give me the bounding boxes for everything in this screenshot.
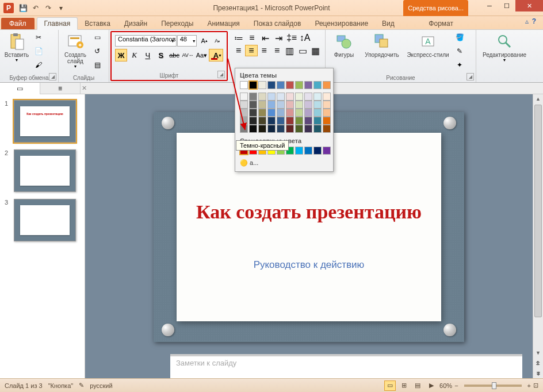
- color-swatch[interactable]: [313, 93, 322, 101]
- color-swatch[interactable]: [258, 125, 266, 133]
- color-swatch[interactable]: [286, 125, 294, 133]
- sorter-view-icon[interactable]: ⊞: [398, 381, 410, 391]
- line-spacing-icon[interactable]: ‡≡: [285, 32, 298, 44]
- shrink-font-icon[interactable]: A▾: [211, 34, 223, 47]
- slides-panel-tab[interactable]: ▭: [0, 83, 40, 94]
- section-icon[interactable]: ▤: [91, 59, 104, 71]
- tab-view[interactable]: Вид: [375, 18, 401, 29]
- qat-dropdown-icon[interactable]: ▾: [55, 2, 67, 14]
- color-swatch[interactable]: [286, 81, 294, 89]
- tab-transitions[interactable]: Переходы: [154, 18, 200, 29]
- close-button[interactable]: ✕: [515, 0, 543, 11]
- thumbnail-2[interactable]: 2: [0, 146, 85, 195]
- color-swatch[interactable]: [249, 93, 257, 101]
- fit-window-icon[interactable]: ⊡: [533, 382, 538, 389]
- color-swatch[interactable]: [240, 93, 248, 101]
- color-swatch[interactable]: [249, 101, 257, 109]
- color-swatch[interactable]: [258, 81, 266, 89]
- color-swatch[interactable]: [249, 81, 257, 89]
- color-swatch[interactable]: [295, 117, 303, 125]
- color-swatch[interactable]: [249, 125, 257, 133]
- normal-view-icon[interactable]: ▭: [384, 381, 396, 391]
- color-swatch[interactable]: [295, 101, 303, 109]
- color-swatch[interactable]: [304, 147, 312, 155]
- tab-home[interactable]: Главная: [37, 17, 78, 30]
- color-swatch[interactable]: [304, 101, 312, 109]
- tab-design[interactable]: Дизайн: [117, 18, 154, 29]
- tab-file[interactable]: Файл: [1, 18, 35, 29]
- color-swatch[interactable]: [323, 93, 331, 101]
- reading-view-icon[interactable]: ▤: [412, 381, 423, 391]
- notes-pane[interactable]: Заметки к слайду: [170, 354, 522, 378]
- color-swatch[interactable]: [295, 109, 303, 117]
- dedent-icon[interactable]: ⇤: [259, 32, 272, 44]
- color-swatch[interactable]: [277, 93, 285, 101]
- color-swatch[interactable]: [323, 109, 331, 117]
- change-case-icon[interactable]: Aa▾: [196, 49, 208, 62]
- reset-icon[interactable]: ↺: [91, 45, 104, 57]
- color-swatch[interactable]: [267, 93, 276, 101]
- shapes-button[interactable]: Фигуры: [329, 31, 359, 58]
- editing-button[interactable]: Редактирование ▼: [480, 31, 529, 62]
- color-swatch[interactable]: [304, 125, 312, 133]
- slide-title[interactable]: Как создать презентацию: [177, 201, 441, 223]
- color-swatch[interactable]: [313, 81, 322, 89]
- tab-slideshow[interactable]: Показ слайдов: [247, 18, 308, 29]
- underline-button[interactable]: Ч: [142, 49, 154, 62]
- zoom-level[interactable]: 60%: [439, 382, 452, 389]
- color-swatch[interactable]: [240, 101, 248, 109]
- color-swatch[interactable]: [313, 147, 322, 155]
- strike-button[interactable]: abc: [169, 49, 181, 62]
- grow-font-icon[interactable]: A▴: [198, 34, 211, 47]
- color-swatch[interactable]: [313, 117, 322, 125]
- color-swatch[interactable]: [240, 81, 248, 89]
- font-name-combo[interactable]: Constantia (Заголовки): [115, 35, 177, 47]
- color-swatch[interactable]: [277, 109, 285, 117]
- italic-button[interactable]: К: [128, 49, 140, 62]
- next-slide-icon[interactable]: ⯯: [533, 369, 543, 378]
- numbering-icon[interactable]: ≡: [246, 32, 258, 44]
- scroll-down-icon[interactable]: ▼: [533, 348, 543, 358]
- slide-subtitle[interactable]: Руководство к действию: [177, 259, 441, 271]
- color-swatch[interactable]: [258, 101, 266, 109]
- language-status[interactable]: русский: [90, 382, 112, 389]
- help-icon[interactable]: ?: [532, 17, 536, 25]
- more-colors-button[interactable]: 🟡 а...: [238, 157, 331, 169]
- color-swatch[interactable]: [240, 125, 248, 133]
- indent-icon[interactable]: ⇥: [272, 32, 285, 44]
- vertical-scrollbar[interactable]: ▲ ▼ ⯭ ⯯: [533, 94, 543, 378]
- color-swatch[interactable]: [286, 109, 294, 117]
- color-swatch[interactable]: [304, 109, 312, 117]
- prev-slide-icon[interactable]: ⯭: [533, 359, 543, 368]
- align-left-icon[interactable]: ≡: [232, 45, 244, 56]
- color-swatch[interactable]: [295, 147, 303, 155]
- scrollbar-thumb[interactable]: [534, 105, 542, 317]
- align-right-icon[interactable]: ≡: [258, 45, 270, 56]
- color-swatch[interactable]: [295, 81, 303, 89]
- shape-fill-icon[interactable]: 🪣: [453, 31, 466, 44]
- color-swatch[interactable]: [323, 125, 331, 133]
- bold-button[interactable]: Ж: [115, 49, 127, 62]
- color-swatch[interactable]: [286, 93, 294, 101]
- color-swatch[interactable]: [267, 125, 276, 133]
- color-swatch[interactable]: [313, 101, 322, 109]
- bullets-icon[interactable]: ≔: [232, 32, 245, 44]
- zoom-in-icon[interactable]: +: [527, 382, 531, 389]
- color-swatch[interactable]: [323, 147, 331, 155]
- spellcheck-icon[interactable]: ✎: [79, 382, 84, 389]
- color-swatch[interactable]: [295, 125, 303, 133]
- quick-styles-button[interactable]: A Экспресс-стили: [405, 31, 451, 58]
- align-center-icon[interactable]: ≡: [245, 45, 257, 56]
- smartart-icon[interactable]: ▦: [309, 45, 322, 56]
- zoom-out-icon[interactable]: −: [454, 382, 458, 389]
- minimize-button[interactable]: ─: [481, 0, 498, 11]
- color-swatch[interactable]: [267, 81, 276, 89]
- color-swatch[interactable]: [295, 93, 303, 101]
- zoom-slider[interactable]: [464, 385, 522, 387]
- font-color-button[interactable]: A▼: [209, 49, 223, 62]
- color-swatch[interactable]: [249, 109, 257, 117]
- color-swatch[interactable]: [323, 101, 331, 109]
- color-swatch[interactable]: [286, 117, 294, 125]
- color-swatch[interactable]: [267, 109, 276, 117]
- color-swatch[interactable]: [267, 101, 276, 109]
